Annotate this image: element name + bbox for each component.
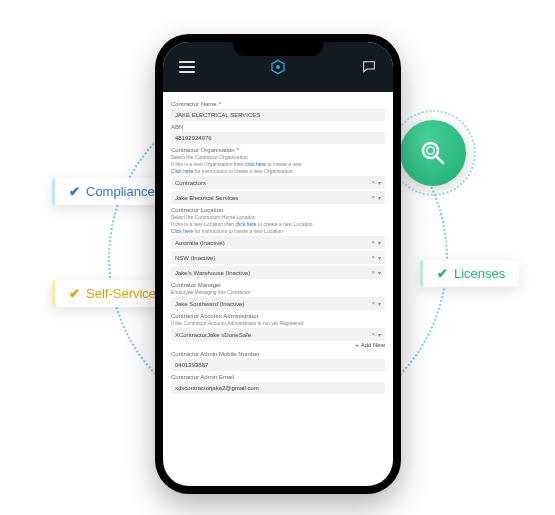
chevron-down-icon[interactable]: ▾ — [378, 239, 381, 246]
phone-notch — [233, 42, 323, 56]
mobile-label: Contractor Admin Mobile Number — [171, 351, 385, 357]
svg-line-2 — [436, 156, 443, 163]
manager-label: Contrator Manager — [171, 282, 385, 288]
clear-icon[interactable]: × — [371, 179, 375, 186]
badge-label: Self-Service — [86, 286, 156, 301]
chevron-down-icon[interactable]: ▾ — [378, 331, 381, 338]
menu-icon[interactable] — [179, 61, 195, 73]
clear-icon[interactable]: × — [371, 254, 375, 261]
check-icon: ✔ — [69, 184, 80, 199]
loc-select-3[interactable]: Jake's Warehouse (Inactive) ×▾ — [171, 266, 385, 279]
clear-icon[interactable]: × — [371, 300, 375, 307]
loc-new-link[interactable]: click here — [235, 221, 256, 227]
loc-select-2[interactable]: NSW (Inactive) ×▾ — [171, 251, 385, 264]
loc-select-1[interactable]: Australia (Inactive) ×▾ — [171, 236, 385, 249]
loc-instructions-link[interactable]: Click here — [171, 228, 193, 234]
email-field[interactable]: xdscontractorjake2@gmail.com — [171, 382, 385, 394]
mobile-field[interactable]: 0401393887 — [171, 359, 385, 371]
badge-label: Compliance — [86, 184, 155, 199]
svg-point-1 — [427, 147, 435, 155]
org-new-link[interactable]: click here — [245, 161, 266, 167]
chevron-down-icon[interactable]: ▾ — [378, 300, 381, 307]
contractor-name-field[interactable]: JAKE ELECTRICAL SERVICES — [171, 109, 385, 121]
org-hint-select: Select the Contractor Organisation — [171, 154, 385, 160]
org-select-2[interactable]: Jake Electrical Services ×▾ — [171, 191, 385, 204]
check-icon: ✔ — [69, 286, 80, 301]
admin-hint: If the Contractor Account Administrator … — [171, 320, 385, 326]
badge-label: Licenses — [454, 266, 505, 281]
search-medallion — [400, 120, 466, 186]
email-label: Contractor Admin Email — [171, 374, 385, 380]
badge-licenses: ✔ Licenses — [420, 260, 519, 287]
chevron-down-icon[interactable]: ▾ — [378, 254, 381, 261]
manager-hint: Employee Managing this Contractor — [171, 289, 385, 295]
plus-icon: + — [355, 342, 359, 348]
manager-select[interactable]: Jake Southward (Inactive) ×▾ — [171, 297, 385, 310]
chat-icon[interactable] — [361, 59, 377, 75]
clear-icon[interactable]: × — [371, 331, 375, 338]
contractor-name-label: Contractor Name* — [171, 101, 385, 107]
loc-label: Contractor Location — [171, 207, 385, 213]
svg-point-4 — [276, 65, 280, 69]
magnify-icon — [418, 138, 448, 168]
clear-icon[interactable]: × — [371, 239, 375, 246]
check-icon: ✔ — [437, 266, 448, 281]
badge-compliance: ✔ Compliance — [52, 178, 169, 205]
org-select-1[interactable]: Contractors ×▾ — [171, 176, 385, 189]
org-label: Contractor Organisation* — [171, 147, 385, 153]
chevron-down-icon[interactable]: ▾ — [378, 269, 381, 276]
add-new-admin-button[interactable]: + Add New — [171, 342, 385, 348]
badge-self-service: ✔ Self-Service — [52, 280, 170, 307]
phone-frame: Contractor Name* JAKE ELECTRICAL SERVICE… — [155, 34, 401, 494]
org-instructions-link[interactable]: Click here — [171, 168, 193, 174]
admin-select[interactable]: XContractorJake xDoneSafe ×▾ — [171, 328, 385, 341]
loc-hint-select: Select the Contractors Home Location — [171, 214, 385, 220]
chevron-down-icon[interactable]: ▾ — [378, 194, 381, 201]
contractor-form: Contractor Name* JAKE ELECTRICAL SERVICE… — [163, 92, 393, 486]
phone-screen: Contractor Name* JAKE ELECTRICAL SERVICE… — [163, 42, 393, 486]
org-hint-new2: Click here for instructions to create a … — [171, 168, 385, 174]
app-logo-icon — [270, 59, 286, 75]
abn-label: ABN — [171, 124, 385, 130]
svg-point-0 — [423, 143, 438, 158]
loc-hint-new2: Click here for instructions to create a … — [171, 228, 385, 234]
clear-icon[interactable]: × — [371, 269, 375, 276]
abn-field[interactable]: 48192924976 — [171, 132, 385, 144]
chevron-down-icon[interactable]: ▾ — [378, 179, 381, 186]
org-hint-new1: If this is a new Organisation then click… — [171, 161, 385, 167]
admin-label: Contractor Account Administrator — [171, 313, 385, 319]
loc-hint-new1: If this is a new Location then click her… — [171, 221, 385, 227]
clear-icon[interactable]: × — [371, 194, 375, 201]
